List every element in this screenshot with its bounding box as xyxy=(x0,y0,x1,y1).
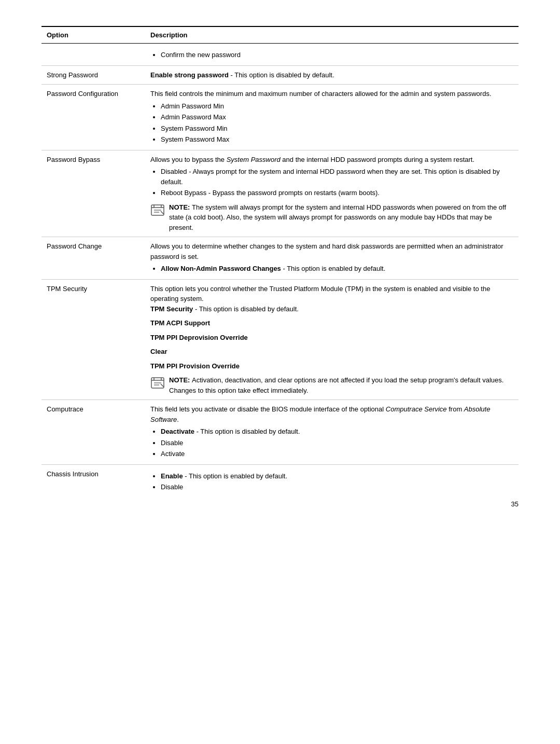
tpm-ppi-deprovision-heading: TPM PPI Deprovision Override xyxy=(150,333,513,343)
header-description: Description xyxy=(145,26,519,44)
bold-text: Allow Non-Admin Password Changes xyxy=(161,265,281,272)
list-item: Confirm the new password xyxy=(161,50,513,60)
list-item: Enable - This option is enabled by defau… xyxy=(161,471,513,481)
list-item: Admin Password Min xyxy=(161,101,513,112)
option-cell: Computrace xyxy=(41,400,145,465)
description-text: - This option is disabled by default. xyxy=(229,71,334,79)
bullet-list: Disabled - Always prompt for the system … xyxy=(150,167,513,198)
option-cell: Password Bypass xyxy=(41,150,145,237)
option-cell: Strong Password xyxy=(41,65,145,85)
description-text: This field controls the minimum and maxi… xyxy=(150,90,492,98)
bullet-list: Admin Password Min Admin Password Max Sy… xyxy=(150,101,513,145)
list-item: Activate xyxy=(161,449,513,459)
bullet-list: Deactivate - This option is disabled by … xyxy=(150,426,513,459)
description-cell: Confirm the new password xyxy=(145,44,519,66)
table-row: Chassis Intrusion Enable - This option i… xyxy=(41,464,519,498)
list-item: Disable xyxy=(161,438,513,448)
description-cell: Allows you to bypass the System Password… xyxy=(145,150,519,237)
list-item: System Password Min xyxy=(161,123,513,134)
list-item: Disable xyxy=(161,482,513,492)
bullet-list: Confirm the new password xyxy=(150,50,513,60)
note-box: NOTE: The system will always prompt for … xyxy=(150,202,513,233)
page-container: Option Description Confirm the new passw… xyxy=(41,26,519,498)
note-content: The system will always prompt for the sy… xyxy=(169,203,506,231)
header-option: Option xyxy=(41,26,145,44)
description-text: Allows you to determine whether changes … xyxy=(150,242,503,260)
table-row: Confirm the new password xyxy=(41,44,519,66)
description-cell: This option lets you control whether the… xyxy=(145,279,519,400)
table-row: Password Bypass Allows you to bypass the… xyxy=(41,150,519,237)
list-item: System Password Max xyxy=(161,134,513,145)
description-cell: Allows you to determine whether changes … xyxy=(145,237,519,280)
description-text: This field lets you activate or disable … xyxy=(150,405,490,423)
tpm-security-rest: - This option is disabled by default. xyxy=(193,305,299,313)
description-cell: This field controls the minimum and maxi… xyxy=(145,85,519,150)
note-text: NOTE: Activation, deactivation, and clea… xyxy=(169,375,513,395)
description-cell: Enable - This option is enabled by defau… xyxy=(145,464,519,498)
italic-text: Computrace Service xyxy=(386,405,447,413)
page-number: 35 xyxy=(511,500,519,508)
list-item: Disabled - Always prompt for the system … xyxy=(161,167,513,187)
bullet-list: Enable - This option is enabled by defau… xyxy=(150,471,513,492)
bold-text: Enable xyxy=(161,472,183,480)
option-cell: TPM Security xyxy=(41,279,145,400)
list-item: Deactivate - This option is disabled by … xyxy=(161,426,513,437)
table-row: Password Configuration This field contro… xyxy=(41,85,519,150)
list-item: Reboot Bypass - Bypass the password prom… xyxy=(161,188,513,198)
option-cell: Chassis Intrusion xyxy=(41,464,145,498)
note-box: NOTE: Activation, deactivation, and clea… xyxy=(150,375,513,395)
option-cell: Password Configuration xyxy=(41,85,145,150)
tpm-clear-heading: Clear xyxy=(150,347,513,357)
description-cell: Enable strong password - This option is … xyxy=(145,65,519,85)
description-cell: This field lets you activate or disable … xyxy=(145,400,519,465)
description-text: This option lets you control whether the… xyxy=(150,285,490,303)
bold-text: Deactivate xyxy=(161,428,194,435)
tpm-security-label: TPM Security xyxy=(150,305,193,313)
table-row: Password Change Allows you to determine … xyxy=(41,237,519,280)
note-icon xyxy=(150,203,165,217)
note-icon xyxy=(150,376,165,390)
option-cell: Password Change xyxy=(41,237,145,280)
note-content: Activation, deactivation, and clear opti… xyxy=(169,376,503,394)
tpm-acpi-support-heading: TPM ACPI Support xyxy=(150,318,513,328)
list-item: Allow Non-Admin Password Changes - This … xyxy=(161,264,513,274)
table-row: TPM Security This option lets you contro… xyxy=(41,279,519,400)
note-label: NOTE: xyxy=(169,203,192,211)
bold-text: Enable strong password xyxy=(150,71,229,79)
note-label: NOTE: xyxy=(169,376,192,384)
option-cell xyxy=(41,44,145,66)
table-row: Computrace This field lets you activate … xyxy=(41,400,519,465)
note-text: NOTE: The system will always prompt for … xyxy=(169,202,513,233)
table-row: Strong Password Enable strong password -… xyxy=(41,65,519,85)
description-text: Allows you to bypass the System Password… xyxy=(150,156,474,163)
tpm-ppi-provision-heading: TPM PPI Provision Override xyxy=(150,361,513,371)
list-item: Admin Password Max xyxy=(161,112,513,122)
bullet-list: Allow Non-Admin Password Changes - This … xyxy=(150,264,513,274)
main-table: Option Description Confirm the new passw… xyxy=(41,26,519,498)
